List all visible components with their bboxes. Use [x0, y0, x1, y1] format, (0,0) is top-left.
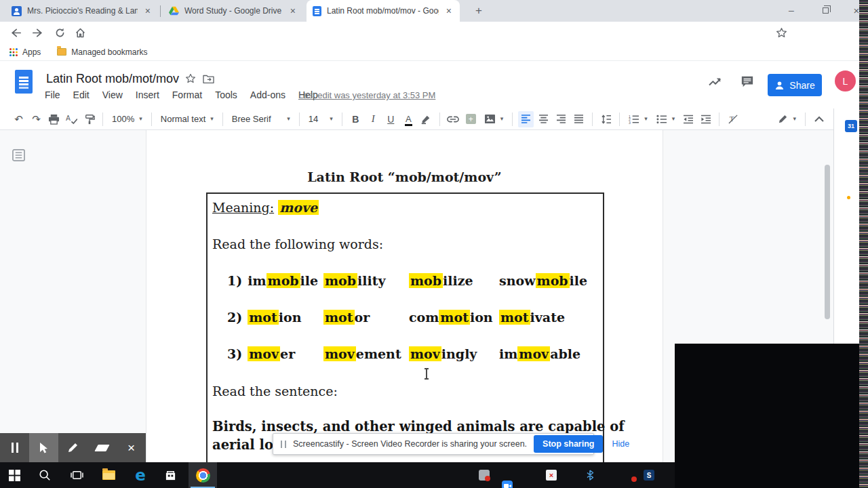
hide-button[interactable]: Hide [610, 439, 631, 449]
underline-button[interactable]: U [383, 111, 399, 127]
task-view-button[interactable] [62, 462, 91, 488]
numbered-list-button[interactable]: 123 ▾ [625, 111, 651, 127]
tab-drive[interactable]: Word Study - Google Drive × [163, 0, 304, 22]
chrome-taskbar-button[interactable] [189, 462, 217, 488]
paint-format-button[interactable] [81, 111, 97, 127]
window-minimize-button[interactable]: – [777, 0, 806, 20]
start-button[interactable] [0, 462, 28, 488]
spellcheck-button[interactable]: A [64, 111, 79, 127]
eraser-tool-button[interactable] [87, 433, 117, 462]
window-restore-button[interactable] [811, 0, 840, 20]
comments-button[interactable] [741, 75, 754, 88]
address-bar-row: docs.google.com/document/d/1YTb8blluc1tr… [0, 22, 868, 43]
star-document-button[interactable] [185, 73, 196, 84]
tray-zoom-icon[interactable] [502, 481, 513, 488]
add-comment-button[interactable]: + [463, 111, 479, 127]
collapse-toolbar-button[interactable] [811, 111, 827, 127]
menu-tools[interactable]: Tools [215, 89, 237, 100]
menu-insert[interactable]: Insert [136, 89, 159, 100]
edge-button[interactable]: e [126, 462, 155, 488]
back-button[interactable] [7, 24, 23, 41]
tab-classroom[interactable]: Mrs. Picioccio's Reading & Langu × [5, 0, 159, 22]
pause-recording-button[interactable] [0, 433, 29, 462]
forward-button[interactable] [30, 24, 46, 41]
reload-button[interactable] [52, 24, 68, 41]
document-page[interactable]: Latin Root “mob/mot/mov” Meaning: move R… [146, 130, 663, 462]
alert-dot [631, 476, 637, 482]
sentence-line-2: aerial loc [212, 437, 281, 453]
zoom-select[interactable]: 100%▾ [108, 111, 146, 127]
new-tab-button[interactable]: + [471, 3, 487, 19]
insert-image-button[interactable]: ▾ [481, 111, 507, 127]
insert-link-button[interactable] [446, 111, 461, 127]
align-justify-button[interactable] [571, 111, 587, 127]
print-icon [48, 114, 60, 125]
highlight-color-button[interactable] [418, 111, 434, 127]
font-value: Bree Serif [232, 114, 271, 124]
text-color-button[interactable]: A [401, 111, 416, 127]
tray-device-muted-icon[interactable] [479, 470, 490, 481]
document-scrollbar[interactable] [825, 165, 830, 319]
bulleted-list-button[interactable]: ▾ [653, 111, 679, 127]
microsoft-store-button[interactable] [156, 462, 184, 488]
tab-latin-root-doc[interactable]: Latin Root mob/mot/mov - Goog × [307, 0, 460, 22]
tray-defender-icon[interactable] [625, 470, 635, 481]
calendar-button[interactable]: 31 [845, 120, 857, 132]
separator [439, 113, 440, 126]
docs-avatar[interactable]: L [835, 70, 856, 92]
font-select[interactable]: Bree Serif▾ [229, 111, 294, 127]
taskbar-search-button[interactable] [31, 462, 59, 488]
font-size-value: 14 [309, 114, 318, 124]
read-words-label: Read the following words: [212, 237, 383, 251]
last-edit-link[interactable]: Last edit was yesterday at 3:53 PM [298, 90, 435, 100]
document-outline-button[interactable] [12, 149, 25, 161]
apps-shortcut[interactable]: Apps [9, 47, 41, 57]
share-button[interactable]: Share [768, 74, 822, 96]
close-tab-icon[interactable]: × [288, 5, 298, 16]
close-tab-icon[interactable]: × [143, 5, 153, 16]
decrease-indent-button[interactable] [680, 111, 696, 127]
menu-view[interactable]: View [102, 89, 123, 100]
cursor-tool-button[interactable] [29, 433, 58, 462]
menu-edit[interactable]: Edit [73, 89, 90, 100]
google-docs-logo[interactable] [15, 70, 33, 94]
activity-button[interactable] [708, 76, 723, 88]
task-view-icon [71, 470, 83, 481]
undo-button[interactable]: ↶ [11, 111, 26, 127]
edge-icon: e [135, 466, 146, 484]
managed-bookmarks-folder[interactable]: Managed bookmarks [57, 47, 147, 57]
tray-bluetooth-icon[interactable] [586, 470, 597, 481]
meaning-value: move [278, 200, 319, 215]
editing-mode-select[interactable]: ▾ [774, 111, 800, 127]
menu-format[interactable]: Format [172, 89, 202, 100]
svg-text:A: A [66, 115, 71, 122]
increase-indent-button[interactable] [698, 111, 713, 127]
print-button[interactable] [46, 111, 62, 127]
close-tab-icon[interactable]: × [444, 5, 454, 16]
line-spacing-button[interactable] [598, 111, 614, 127]
italic-button[interactable]: I [366, 111, 381, 127]
font-size-select[interactable]: 14▾ [305, 111, 336, 127]
tray-sophos-icon[interactable]: S [644, 470, 654, 481]
bold-button[interactable]: B [348, 111, 363, 127]
pen-tool-button[interactable] [58, 433, 87, 462]
move-to-folder-button[interactable] [203, 74, 214, 84]
align-center-button[interactable] [536, 111, 551, 127]
align-right-button[interactable] [553, 111, 569, 127]
redo-button[interactable]: ↷ [28, 111, 44, 127]
stop-sharing-button[interactable]: Stop sharing [534, 435, 603, 453]
share-message: Screencastify - Screen Video Recorder is… [293, 439, 527, 449]
align-left-button[interactable] [518, 111, 534, 127]
tray-error-icon[interactable]: × [546, 470, 557, 481]
bookmark-page-button[interactable] [773, 24, 789, 41]
document-title[interactable]: Latin Root mob/mot/mov [46, 72, 179, 86]
webcam-overlay [675, 344, 868, 488]
home-button[interactable] [72, 24, 88, 41]
close-toolbar-button[interactable]: × [117, 433, 146, 462]
file-explorer-button[interactable] [94, 462, 123, 488]
clear-formatting-button[interactable]: T [725, 111, 741, 127]
menu-addons[interactable]: Add-ons [250, 89, 285, 100]
paragraph-style-select[interactable]: Normal text▾ [157, 111, 217, 127]
menu-file[interactable]: File [45, 89, 60, 100]
meaning-label: Meaning: [212, 200, 274, 215]
